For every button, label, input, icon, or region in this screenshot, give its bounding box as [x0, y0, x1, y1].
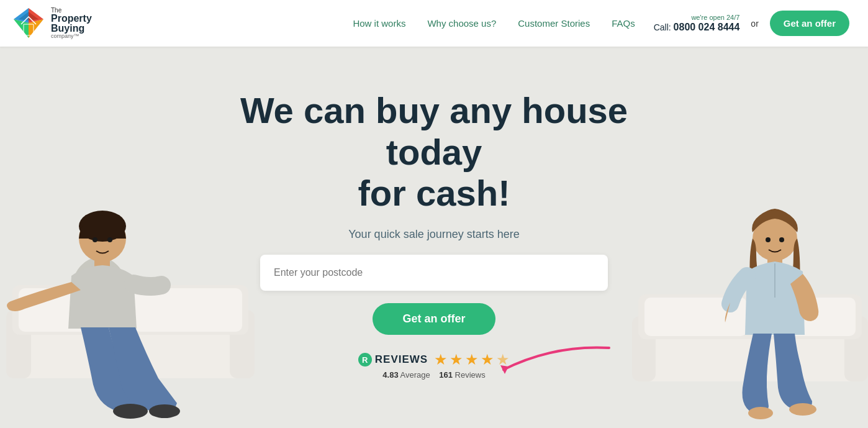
logo-icon: [12, 7, 45, 39]
star-4: ★: [481, 351, 494, 368]
reviews-row: R REVIEWS ★ ★ ★ ★ ★: [358, 351, 510, 368]
reviews-sub: 4.83 Average 161 Reviews: [382, 370, 485, 380]
hero-subtitle: Your quick sale journey starts here: [348, 228, 519, 241]
svg-point-31: [748, 407, 773, 419]
logo[interactable]: The Property Buying company™: [12, 7, 92, 40]
hero-title: We can buy any house today for cash!: [198, 90, 670, 214]
open-hours: we're open 24/7 Call: 0800 024 8444: [654, 14, 740, 33]
arrow-svg: [491, 342, 615, 385]
star-2: ★: [450, 351, 463, 368]
star-1: ★: [434, 351, 448, 368]
reviews-circle-icon: R: [358, 353, 372, 367]
svg-point-20: [93, 237, 97, 242]
reviews-average: 4.83: [382, 370, 398, 380]
nav-faqs[interactable]: FAQs: [612, 18, 635, 29]
nav-customer-stories[interactable]: Customer Stories: [518, 18, 590, 29]
reviews-area: R REVIEWS ★ ★ ★ ★ ★ 4.83 Average 161 Rev…: [358, 351, 510, 380]
postcode-input[interactable]: [260, 255, 608, 291]
postcode-input-wrap: [260, 255, 608, 291]
star-rating: ★ ★ ★ ★ ★: [434, 351, 510, 368]
hero-content: We can buy any house today for cash! You…: [198, 90, 670, 380]
get-offer-nav-button[interactable]: Get an offer: [770, 11, 849, 36]
svg-point-21: [107, 237, 112, 242]
star-5: ★: [496, 351, 510, 368]
svg-point-18: [113, 404, 148, 419]
nav-links: How it works Why choose us? Customer Sto…: [353, 18, 635, 29]
reviews-average-label: Average: [400, 370, 430, 380]
main-nav: How it works Why choose us? Customer Sto…: [353, 11, 849, 36]
get-offer-hero-button[interactable]: Get an offer: [373, 303, 495, 335]
nav-right: we're open 24/7 Call: 0800 024 8444 or G…: [654, 11, 849, 36]
logo-text: The Property Buying company™: [51, 7, 92, 40]
star-3: ★: [465, 351, 479, 368]
reviews-label: REVIEWS: [375, 353, 428, 366]
reviews-logo: R REVIEWS: [358, 353, 428, 367]
or-text: or: [751, 19, 758, 29]
arrow-annotation: [491, 342, 615, 388]
reviews-count-label: Reviews: [455, 370, 486, 380]
svg-point-19: [149, 404, 180, 418]
call-label: Call:: [654, 22, 671, 32]
phone-number[interactable]: 0800 024 8444: [674, 22, 740, 32]
nav-why-choose-us[interactable]: Why choose us?: [427, 18, 496, 29]
svg-point-32: [789, 403, 816, 416]
hero-section: We can buy any house today for cash! You…: [0, 47, 868, 428]
svg-point-33: [766, 237, 771, 242]
reviews-count: 161: [439, 370, 453, 380]
svg-point-34: [779, 237, 784, 242]
header: The Property Buying company™ How it work…: [0, 0, 868, 47]
nav-how-it-works[interactable]: How it works: [353, 18, 405, 29]
